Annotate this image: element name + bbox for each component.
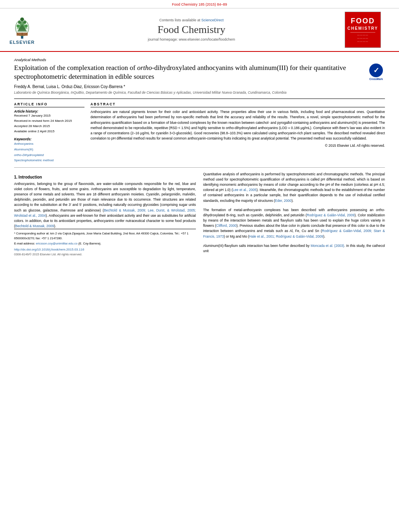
footnote-text: * Corresponding author at: km 2 vía Caji… [14, 232, 189, 240]
keyword-1: Anthocyanins [14, 141, 84, 147]
section-type: Analytical Methods [14, 58, 385, 62]
food-chemistry-badge: FOOD CHEMISTRY ———————————— [345, 12, 381, 48]
available-date: Available online 2 April 2015 [14, 129, 84, 134]
divider-1 [14, 99, 385, 99]
elsevier-logo: ELSEVIER [4, 15, 40, 45]
badge-decoration: ———————————— [357, 34, 368, 43]
crossmark-badge: ✓ CrossMark [367, 64, 385, 80]
svg-point-4 [23, 21, 26, 24]
intro-text-col2: Quantitative analysis of anthocyanins is… [203, 172, 385, 203]
abstract-heading: ABSTRACT [90, 102, 385, 107]
issn-text: 0308-8146/© 2015 Elsevier Ltd. All right… [14, 253, 196, 256]
badge-chemistry-text: CHEMISTRY [348, 26, 378, 31]
body-content: 1. Introduction Anthocyanins, belonging … [14, 172, 385, 256]
abstract-text: Anthocyanins are natural pigments known … [90, 109, 385, 141]
header-right: FOOD CHEMISTRY ———————————— [343, 12, 383, 48]
article-info-col: ARTICLE INFO Article history: Received 7… [14, 102, 84, 163]
email-link[interactable]: ericsson.coy@unimilitar.edu.co [36, 242, 78, 245]
elsevier-tree-icon [12, 15, 32, 39]
keyword-4: Spectrophotometric method [14, 158, 84, 163]
keywords-section: Keywords: Anthocyanins Aluminum(III) ort… [14, 137, 84, 163]
footnote: * Corresponding author at: km 2 vía Caji… [14, 231, 196, 240]
badge-divider [350, 32, 375, 33]
body-divider [14, 167, 385, 168]
page: Food Chemistry 185 (2015) 84–89 [0, 0, 399, 532]
crossmark-icon: ✓ [369, 64, 383, 77]
intro-text-col1: Anthocyanins, belonging to the group of … [14, 181, 196, 229]
accepted-date: Accepted 28 March 2015 [14, 124, 84, 129]
article-title: Exploitation of the complexation reactio… [14, 64, 385, 81]
crossmark-label: CrossMark [369, 78, 383, 80]
main-content: Analytical Methods Exploitation of the c… [0, 52, 399, 260]
abstract-body: Anthocyanins are natural pigments known … [90, 110, 385, 140]
badge-food-text: FOOD [351, 16, 375, 26]
email-suffix: (E. Coy-Barrera). [78, 242, 101, 245]
title-italic: ortho [137, 64, 152, 72]
contents-line: Contents lists available at ScienceDirec… [40, 18, 343, 22]
footer-area: * Corresponding author at: km 2 vía Caji… [14, 229, 196, 256]
intro-text-col2b: The formation of metal-anthocyanin compl… [203, 207, 385, 239]
svg-point-3 [18, 21, 21, 24]
abstract-col: ABSTRACT Anthocyanins are natural pigmen… [90, 102, 385, 163]
keyword-3: ortho-Dihydroxylated [14, 152, 84, 158]
info-abstract-section: ARTICLE INFO Article history: Received 7… [14, 102, 385, 163]
citation-bar: Food Chemistry 185 (2015) 84–89 [0, 0, 399, 8]
history-label: Article history: [14, 109, 38, 113]
affiliation-text: Laboratorio de Química Bioorgánica, InQu… [14, 90, 385, 94]
title-row: Exploitation of the complexation reactio… [14, 64, 385, 81]
svg-point-5 [16, 25, 19, 27]
elsevier-text: ELSEVIER [10, 40, 35, 45]
copyright-text: © 2015 Elsevier Ltd. All rights reserved… [90, 144, 385, 148]
header-center: Contents lists available at ScienceDirec… [40, 18, 343, 41]
homepage-line: journal homepage: www.elsevier.com/locat… [40, 37, 343, 41]
intro-text-col2c: Aluminum(III)-flavylium salts interactio… [203, 243, 385, 254]
svg-point-2 [20, 17, 24, 21]
intro-heading: 1. Introduction [14, 175, 196, 179]
body-col-1: 1. Introduction Anthocyanins, belonging … [14, 172, 196, 256]
article-history: Article history: Received 7 January 2015… [14, 109, 84, 134]
citation-text: Food Chemistry 185 (2015) 84–89 [172, 2, 227, 6]
authors-text: Freddy A. Bernal, Luisa L. Orduz-Diaz, E… [14, 84, 125, 89]
journal-header: ELSEVIER Contents lists available at Sci… [0, 8, 399, 52]
journal-title-text: Food Chemistry [40, 24, 343, 36]
received-date: Received 7 January 2015 [14, 113, 84, 119]
sciencedirect-link[interactable]: ScienceDirect [202, 18, 224, 22]
received-revised-date: Received in revised form 24 March 2015 [14, 119, 84, 124]
doi-link[interactable]: http://dx.doi.org/10.1016/j.foodchem.201… [14, 248, 196, 251]
svg-point-6 [25, 25, 27, 27]
article-info-heading: ARTICLE INFO [14, 102, 84, 107]
keyword-2: Aluminum(III) [14, 147, 84, 152]
authors-line: Freddy A. Bernal, Luisa L. Orduz-Diaz, E… [14, 84, 385, 89]
elsevier-logo-area: ELSEVIER [4, 15, 40, 45]
title-part1: Exploitation of the complexation reactio… [14, 64, 137, 72]
email-line: E-mail address: ericsson.coy@unimilitar.… [14, 241, 196, 246]
keywords-label: Keywords: [14, 137, 31, 141]
email-label: E-mail address: [14, 242, 35, 245]
body-col-2: Quantitative analysis of anthocyanins is… [203, 172, 385, 256]
